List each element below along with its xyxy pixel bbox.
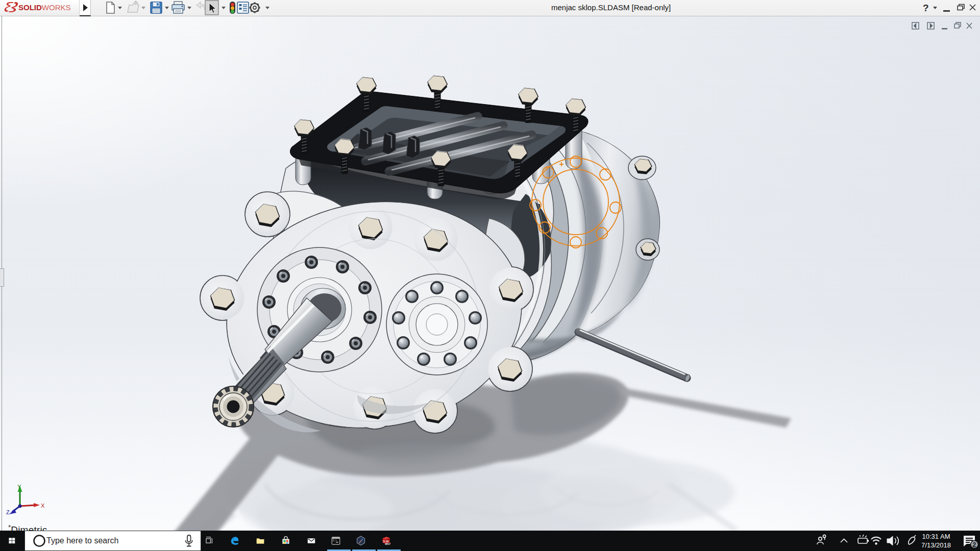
- svg-text:2: 2: [973, 541, 976, 548]
- svg-text:2017: 2017: [385, 543, 390, 545]
- svg-text:?: ?: [923, 3, 929, 13]
- svg-text:C:\: C:\: [333, 539, 337, 542]
- svg-text:Y: Y: [17, 484, 21, 490]
- svg-text:Z: Z: [6, 509, 10, 515]
- svg-text:SOLIDWORKS: SOLIDWORKS: [18, 3, 71, 12]
- svg-text:X: X: [41, 503, 45, 509]
- svg-text:S: S: [383, 540, 385, 543]
- svg-text:W: W: [386, 540, 389, 543]
